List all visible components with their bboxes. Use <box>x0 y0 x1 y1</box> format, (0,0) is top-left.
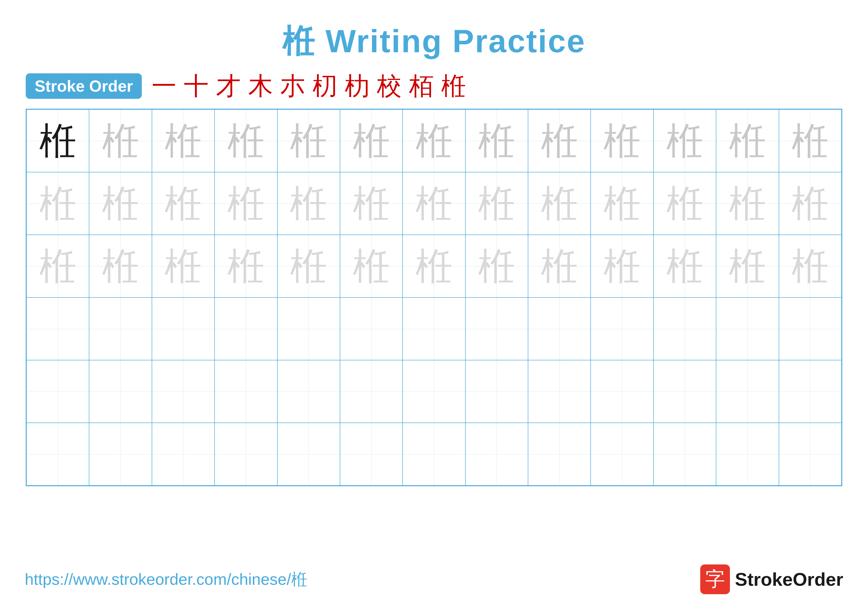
grid-cell <box>26 360 89 423</box>
grid-character: 栣 <box>666 248 704 285</box>
grid-character: 栣 <box>227 185 265 222</box>
grid-cell: 栣 <box>528 235 591 297</box>
grid-cell <box>214 423 277 485</box>
grid-character: 栣 <box>603 248 641 285</box>
grid-cell: 栣 <box>340 172 403 235</box>
grid-character: 栣 <box>666 122 704 160</box>
grid-cell <box>340 360 403 423</box>
grid-cell: 栣 <box>152 235 214 297</box>
grid-cell: 栣 <box>277 109 340 172</box>
grid-character: 栣 <box>353 248 390 285</box>
grid-cell: 栣 <box>89 109 152 172</box>
grid-character: 栣 <box>290 248 327 285</box>
grid-cell <box>152 360 214 423</box>
grid-character: 栣 <box>102 185 139 222</box>
grid-character: 栣 <box>164 248 202 285</box>
grid-cell: 栣 <box>779 172 842 235</box>
grid-cell: 栣 <box>152 109 214 172</box>
grid-cell: 栣 <box>465 235 528 297</box>
grid-cell <box>152 297 214 360</box>
grid-cell: 栣 <box>654 109 716 172</box>
grid-character: 栣 <box>729 248 766 285</box>
grid-cell <box>716 360 779 423</box>
logo-icon: 字 <box>700 564 730 594</box>
grid-character: 栣 <box>290 122 327 160</box>
grid-cell: 栣 <box>779 235 842 297</box>
grid-cell <box>89 360 152 423</box>
stroke-order-badge: Stroke Order <box>26 73 142 99</box>
grid-cell <box>340 297 403 360</box>
grid-cell: 栣 <box>465 172 528 235</box>
grid-character: 栣 <box>478 122 515 160</box>
grid-cell <box>26 297 89 360</box>
grid-cell <box>528 360 591 423</box>
stroke-order-row: Stroke Order 一 十 才 木 朩 朷 朸 校 栢 栣 <box>26 73 842 99</box>
grid-cell: 栣 <box>403 235 465 297</box>
grid-cell: 栣 <box>214 109 277 172</box>
grid-cell <box>779 423 842 485</box>
grid-cell: 栣 <box>716 172 779 235</box>
grid-cell <box>465 360 528 423</box>
grid-cell: 栣 <box>654 235 716 297</box>
grid-cell <box>591 297 653 360</box>
stroke-7: 朸 <box>345 74 369 99</box>
stroke-4: 木 <box>248 74 273 99</box>
stroke-5: 朩 <box>281 74 305 99</box>
stroke-1: 一 <box>152 74 177 99</box>
grid-cell: 栣 <box>152 172 214 235</box>
grid-character: 栣 <box>102 122 139 160</box>
grid-cell <box>214 297 277 360</box>
grid-cell: 栣 <box>716 109 779 172</box>
grid-character: 栣 <box>666 185 704 222</box>
stroke-6: 朷 <box>313 74 337 99</box>
grid-cell <box>654 360 716 423</box>
grid-cell <box>654 297 716 360</box>
stroke-8: 校 <box>377 74 401 99</box>
grid-cell <box>214 360 277 423</box>
grid-character: 栣 <box>603 122 641 160</box>
grid-cell: 栣 <box>340 235 403 297</box>
grid-cell: 栣 <box>591 235 653 297</box>
grid-cell: 栣 <box>591 109 653 172</box>
grid-cell <box>403 423 465 485</box>
grid-cell: 栣 <box>26 109 89 172</box>
grid-cell <box>277 360 340 423</box>
grid-cell: 栣 <box>214 172 277 235</box>
grid-cell: 栣 <box>654 172 716 235</box>
grid-character: 栣 <box>478 185 515 222</box>
grid-cell <box>528 297 591 360</box>
grid-cell <box>403 360 465 423</box>
stroke-9: 栢 <box>409 74 434 99</box>
grid-cell <box>528 423 591 485</box>
stroke-3: 才 <box>216 74 241 99</box>
grid-character: 栣 <box>227 248 265 285</box>
footer: https://www.strokeorder.com/chinese/栣 字 … <box>25 564 843 594</box>
grid-cell: 栣 <box>89 172 152 235</box>
grid-cell: 栣 <box>528 172 591 235</box>
grid-cell: 栣 <box>403 109 465 172</box>
grid-cell <box>716 423 779 485</box>
grid-cell: 栣 <box>89 235 152 297</box>
grid-cell <box>403 297 465 360</box>
grid-character: 栣 <box>729 122 766 160</box>
grid-cell <box>779 360 842 423</box>
grid-cell: 栣 <box>716 235 779 297</box>
grid-cell <box>591 423 653 485</box>
grid-cell <box>340 423 403 485</box>
grid-cell: 栣 <box>528 109 591 172</box>
stroke-sequence: 一 十 才 木 朩 朷 朸 校 栢 栣 <box>152 74 466 99</box>
logo-text: StrokeOrder <box>735 569 843 590</box>
grid-cell: 栣 <box>26 172 89 235</box>
grid-character: 栣 <box>353 122 390 160</box>
footer-logo: 字 StrokeOrder <box>700 564 843 594</box>
grid-cell <box>465 297 528 360</box>
grid-cell: 栣 <box>340 109 403 172</box>
grid-character: 栣 <box>39 122 76 160</box>
grid-cell: 栣 <box>277 235 340 297</box>
grid-cell: 栣 <box>465 109 528 172</box>
grid-cell: 栣 <box>403 172 465 235</box>
grid-character: 栣 <box>415 248 453 285</box>
grid-cell: 栣 <box>214 235 277 297</box>
grid-cell <box>277 297 340 360</box>
footer-url: https://www.strokeorder.com/chinese/栣 <box>25 569 307 590</box>
